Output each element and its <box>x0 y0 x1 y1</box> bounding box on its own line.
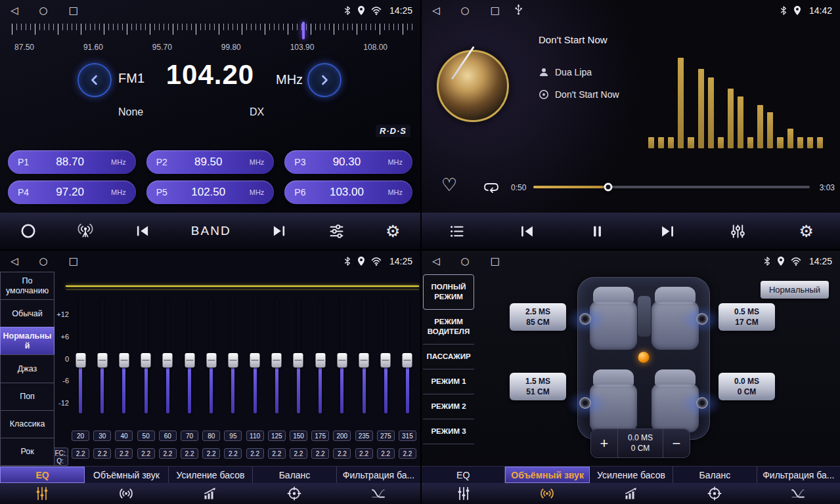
eq-slider-handle[interactable] <box>97 353 107 368</box>
eq-slider-handle[interactable] <box>119 353 129 368</box>
eq-slider-handle[interactable] <box>250 353 260 368</box>
broadcast-antenna-icon[interactable] <box>77 222 94 240</box>
eq-slider-handle[interactable] <box>206 353 216 368</box>
recents-icon[interactable]: □ <box>69 6 78 16</box>
delay-rear-left[interactable]: 1.5 MS 51 CM <box>510 373 566 400</box>
eq-slider-track[interactable] <box>384 298 387 413</box>
home-icon[interactable]: ○ <box>39 6 48 16</box>
next-track-icon[interactable] <box>271 222 288 240</box>
eq-preset-item[interactable]: Поп <box>0 383 55 411</box>
eq-slider-track[interactable] <box>122 298 125 413</box>
eq-slider-track[interactable] <box>100 298 104 413</box>
tab-balance[interactable]: Баланс <box>253 467 337 483</box>
eq-slider-track[interactable] <box>210 298 213 413</box>
surround-icon[interactable] <box>505 483 588 504</box>
next-track-icon[interactable] <box>659 222 676 240</box>
preset-button-p2[interactable]: P289.50MHz <box>146 150 275 174</box>
recents-icon[interactable]: □ <box>491 6 500 16</box>
tab-surround[interactable]: Объёмный звук <box>85 467 169 483</box>
eq-slider-track[interactable] <box>319 298 322 413</box>
eq-slider-track[interactable] <box>231 298 234 413</box>
tab-filter[interactable]: Фильтрация ба... <box>337 467 420 483</box>
previous-track-icon[interactable] <box>518 222 536 240</box>
eq-slider-track[interactable] <box>297 298 300 413</box>
eq-slider-track[interactable] <box>363 298 366 413</box>
surround-mode-item[interactable]: РЕЖИМ 3 <box>423 419 474 444</box>
playlist-icon[interactable] <box>448 222 466 240</box>
surround-preset-button[interactable]: Нормальный <box>761 281 829 299</box>
bass-boost-icon[interactable] <box>589 483 673 504</box>
eq-slider-handle[interactable] <box>359 353 369 368</box>
eq-slider-handle[interactable] <box>337 353 347 368</box>
favorite-heart-icon[interactable]: ♡ <box>441 176 457 194</box>
eq-preset-item[interactable]: Нормальный <box>0 327 55 355</box>
tune-up-button[interactable] <box>307 63 342 97</box>
eq-slider-handle[interactable] <box>76 353 85 368</box>
tab-surround[interactable]: Объёмный звук <box>505 467 589 483</box>
eq-slider-handle[interactable] <box>228 353 238 368</box>
tab-eq[interactable]: EQ <box>422 467 505 483</box>
eq-slider-handle[interactable] <box>141 353 151 368</box>
preset-button-p4[interactable]: P497.20MHz <box>8 180 136 204</box>
eq-slider-track[interactable] <box>79 298 82 413</box>
frequency-ruler[interactable] <box>12 24 412 41</box>
eq-slider-track[interactable] <box>275 298 278 413</box>
preset-button-p1[interactable]: P188.70MHz <box>8 150 136 174</box>
balance-icon[interactable] <box>673 483 756 504</box>
surround-mode-item[interactable]: РЕЖИМ 2 <box>423 394 474 419</box>
progress-slider[interactable] <box>533 186 810 188</box>
filter-icon[interactable] <box>336 483 420 504</box>
band-button[interactable]: BAND <box>191 224 231 238</box>
delay-rear-right[interactable]: 0.0 MS 0 CM <box>718 373 775 400</box>
recents-icon[interactable]: □ <box>491 257 500 266</box>
eq-slider-track[interactable] <box>144 298 148 413</box>
home-icon[interactable]: ○ <box>461 6 470 16</box>
tab-eq[interactable]: EQ <box>0 467 85 483</box>
eq-slider-track[interactable] <box>406 298 409 413</box>
scan-icon[interactable] <box>20 222 37 240</box>
eq-slider-handle[interactable] <box>315 353 325 368</box>
equalizer-mixer-icon[interactable] <box>729 222 747 240</box>
decrease-delay-button[interactable]: − <box>663 429 690 457</box>
eq-slider-handle[interactable] <box>403 353 412 368</box>
back-icon[interactable]: ◁ <box>11 6 18 16</box>
eq-icon[interactable] <box>0 483 84 504</box>
delay-front-left[interactable]: 2.5 MS 85 CM <box>510 303 566 331</box>
eq-slider-track[interactable] <box>188 298 191 413</box>
preset-button-p3[interactable]: P390.30MHz <box>284 150 412 174</box>
eq-slider-handle[interactable] <box>381 353 391 368</box>
eq-preset-item[interactable]: Рок <box>0 438 55 466</box>
settings-gear-icon[interactable]: ⚙ <box>799 223 814 240</box>
eq-slider-handle[interactable] <box>185 353 194 368</box>
pause-icon[interactable] <box>588 222 606 240</box>
surround-mode-item[interactable]: РЕЖИМ ВОДИТЕЛЯ <box>423 310 474 345</box>
home-icon[interactable]: ○ <box>461 257 470 266</box>
eq-slider-track[interactable] <box>166 298 169 413</box>
eq-slider-handle[interactable] <box>294 353 303 368</box>
eq-preset-item[interactable]: По умолчанию <box>0 272 55 300</box>
filter-icon[interactable] <box>757 483 840 504</box>
eq-slider-handle[interactable] <box>163 353 173 368</box>
recents-icon[interactable]: □ <box>69 257 78 266</box>
tab-balance[interactable]: Баланс <box>673 467 757 483</box>
audio-settings-icon[interactable] <box>328 222 345 240</box>
eq-icon[interactable] <box>422 483 505 504</box>
surround-icon[interactable] <box>84 483 168 504</box>
repeat-icon[interactable] <box>482 180 500 196</box>
eq-preset-item[interactable]: Классика <box>0 410 55 438</box>
eq-preset-item[interactable]: Обычай <box>0 299 55 327</box>
balance-icon[interactable] <box>252 483 336 504</box>
surround-mode-item[interactable]: РЕЖИМ 1 <box>423 369 474 394</box>
listening-position-ball[interactable] <box>638 352 650 363</box>
tab-bass-boost[interactable]: Усиление басов <box>169 467 253 483</box>
back-icon[interactable]: ◁ <box>11 257 18 266</box>
tune-down-button[interactable] <box>77 63 112 97</box>
home-icon[interactable]: ○ <box>39 257 48 266</box>
eq-slider-track[interactable] <box>254 298 257 413</box>
back-icon[interactable]: ◁ <box>432 257 440 266</box>
delay-front-right[interactable]: 0.5 MS 17 CM <box>718 303 775 331</box>
settings-gear-icon[interactable]: ⚙ <box>386 223 400 240</box>
surround-mode-item[interactable]: ПОЛНЫЙ РЕЖИМ <box>423 274 474 310</box>
previous-track-icon[interactable] <box>134 222 151 240</box>
eq-slider-handle[interactable] <box>272 353 282 368</box>
